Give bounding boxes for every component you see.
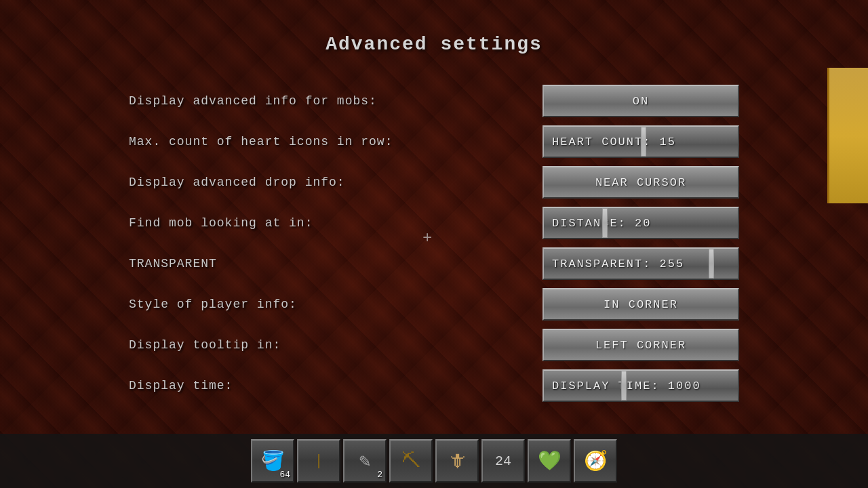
setting-row-display-advanced-info: Display advanced info for mobs: ON [129, 82, 739, 120]
setting-button-style-player-info[interactable]: IN CORNER [542, 288, 739, 321]
setting-row-display-tooltip: Display tooltip in: LEFT CORNER [129, 326, 739, 364]
setting-button-display-time[interactable]: DISPLAY TIME: 1000 [542, 369, 739, 402]
hotbar-item-pen: ✎ [359, 449, 371, 472]
hotbar-slot-7[interactable]: 🧭 [574, 439, 617, 483]
setting-label-display-tooltip: Display tooltip in: [129, 338, 542, 352]
setting-label-find-mob-distance: Find mob looking at in: [129, 216, 542, 230]
hotbar-item-bucket: 🪣 [261, 449, 285, 472]
setting-row-style-player-info: Style of player info: IN CORNER [129, 285, 739, 323]
setting-button-display-drop-info[interactable]: NEAR CURSOR [542, 166, 739, 199]
hotbar-item-emerald: 💚 [538, 449, 561, 472]
slider-handle-heart-count[interactable] [641, 127, 646, 157]
slider-handle-distance[interactable] [602, 208, 608, 238]
setting-label-display-advanced-info: Display advanced info for mobs: [129, 94, 542, 108]
setting-label-style-player-info: Style of player info: [129, 298, 542, 311]
setting-row-max-heart-count: Max. count of heart icons in row: HEART … [129, 123, 739, 161]
hotbar-slot-0[interactable]: 🪣 64 [251, 439, 294, 483]
hotbar-item-compass: 🧭 [584, 449, 608, 472]
setting-button-max-heart-count[interactable]: HEART COUNT: 15 [542, 125, 739, 158]
setting-row-find-mob-distance: Find mob looking at in: DISTANCE: 20 [129, 204, 739, 242]
slider-handle-transparent[interactable] [709, 249, 714, 279]
setting-button-find-mob-distance[interactable]: DISTANCE: 20 [542, 207, 739, 239]
hotbar-slot-1[interactable]: | [297, 439, 340, 483]
hotbar-slot-4[interactable]: 🗡 [435, 439, 479, 483]
hotbar-count-2: 2 [377, 470, 382, 480]
slider-handle-display-time[interactable] [621, 371, 627, 401]
setting-label-transparent: TRANSPARENT [129, 257, 542, 270]
hotbar-item-bow: 🗡 [448, 449, 467, 472]
hotbar: 🪣 64 | ✎ 2 ⛏ 🗡 24 💚 🧭 [0, 434, 868, 488]
hotbar-item-24: 24 [495, 453, 511, 469]
hotbar-slot-2[interactable]: ✎ 2 [343, 439, 387, 483]
setting-label-max-heart-count: Max. count of heart icons in row: [129, 135, 542, 148]
hotbar-slot-5[interactable]: 24 [481, 439, 525, 483]
hotbar-item-shovel: ⛏ [401, 449, 420, 472]
setting-label-display-drop-info: Display advanced drop info: [129, 176, 542, 189]
main-content: Advanced settings Display advanced info … [0, 0, 868, 434]
setting-button-transparent[interactable]: TRANSPARENT: 255 [542, 247, 739, 280]
setting-row-display-drop-info: Display advanced drop info: NEAR CURSOR [129, 163, 739, 201]
hotbar-slot-6[interactable]: 💚 [528, 439, 571, 483]
crosshair [427, 237, 441, 251]
hotbar-count-0: 64 [279, 470, 290, 480]
page-title: Advanced settings [326, 34, 542, 55]
setting-button-display-advanced-info[interactable]: ON [542, 85, 739, 117]
setting-row-display-time: Display time: DISPLAY TIME: 1000 [129, 367, 739, 405]
setting-button-display-tooltip[interactable]: LEFT CORNER [542, 329, 739, 361]
hotbar-slot-3[interactable]: ⛏ [389, 439, 433, 483]
setting-label-display-time: Display time: [129, 379, 542, 392]
hotbar-item-stick: | [314, 453, 323, 470]
